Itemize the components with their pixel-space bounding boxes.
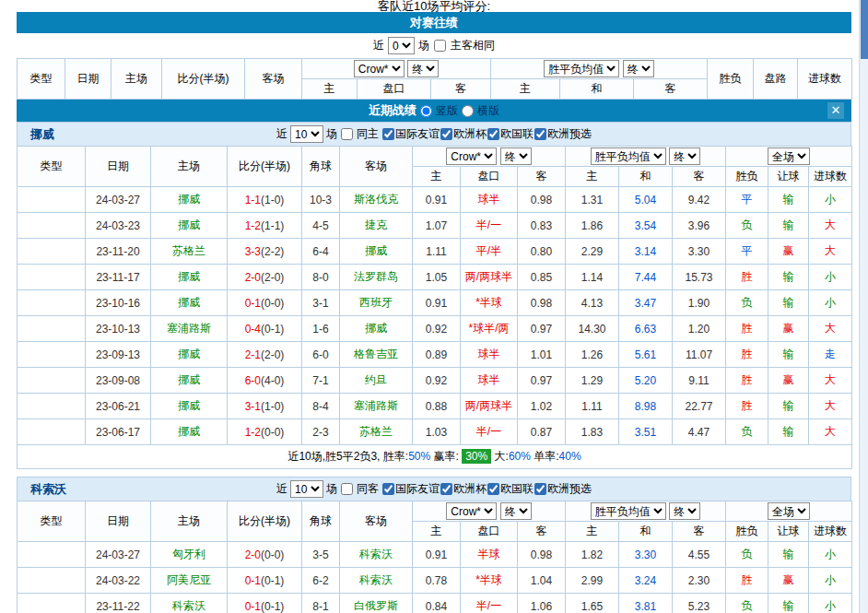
result-flag: 胜 [726, 394, 768, 419]
h2h-count-select[interactable]: 0 [388, 37, 415, 54]
competition-filter-checkbox[interactable] [382, 128, 394, 140]
away-team-link[interactable]: 挪威 [340, 316, 413, 342]
away-team-link[interactable]: 斯洛伐克 [340, 187, 413, 213]
scrollbar-thumb[interactable] [861, 0, 868, 59]
odds-time-select[interactable]: 终 [500, 147, 532, 165]
recent-count-select[interactable]: 10 [290, 480, 323, 498]
home-team-link[interactable]: 挪威 [151, 419, 228, 445]
odds-time-select[interactable]: 终 [407, 60, 439, 77]
odds-company-select[interactable]: Crow* [446, 502, 497, 520]
away-team-link[interactable]: 捷克 [340, 213, 413, 239]
odds-home: 0.91 [413, 187, 461, 213]
col-odds-handicap: 盘口 [461, 522, 518, 542]
home-team-link[interactable]: 挪威 [151, 368, 228, 394]
odds-company-select[interactable]: Crow* [354, 60, 405, 77]
goals-flag: 小 [809, 542, 852, 568]
away-team-link[interactable]: 苏格兰 [340, 419, 413, 445]
scope-select[interactable]: 全场 [768, 502, 810, 520]
competition-filter-checkbox[interactable] [440, 128, 452, 140]
horizontal-layout-radio[interactable] [462, 105, 474, 117]
competition-filter-checkbox[interactable] [487, 128, 499, 140]
away-team-link[interactable]: 塞浦路斯 [340, 394, 413, 419]
score: 3-3(2-2) [228, 239, 302, 265]
match-type-badge[interactable]: 国际友谊 [18, 265, 86, 290]
away-team-link[interactable]: 科索沃 [340, 542, 413, 568]
home-team-link[interactable]: 挪威 [151, 187, 228, 213]
odds-home: 0.92 [413, 368, 461, 394]
avg-time-select[interactable]: 终 [623, 60, 654, 77]
competition-filter-checkbox[interactable] [487, 483, 499, 495]
home-team-link[interactable]: 挪威 [151, 265, 228, 290]
avg-type-select[interactable]: 胜平负均值 [591, 147, 666, 165]
competition-filter-checkbox[interactable] [382, 483, 394, 495]
avg-draw: 3.24 [619, 568, 673, 594]
home-team-link[interactable]: 挪威 [151, 394, 228, 419]
result-flag: 胜 [726, 316, 768, 342]
avg-away: 3.96 [673, 213, 726, 239]
away-team-link[interactable]: 约旦 [340, 368, 413, 394]
match-type-badge[interactable]: 欧洲杯 [18, 419, 86, 445]
avg-type-select[interactable]: 胜平负均值 [544, 60, 619, 77]
avg-time-select[interactable]: 终 [669, 147, 700, 165]
score: 2-0(0-0) [228, 542, 302, 568]
scope-select[interactable]: 全场 [768, 147, 810, 165]
away-team-link[interactable]: 格鲁吉亚 [340, 342, 413, 368]
vertical-layout-radio[interactable] [420, 105, 432, 117]
close-icon[interactable]: ✕ [827, 102, 844, 119]
away-team-link[interactable]: 白俄罗斯 [340, 594, 413, 613]
competition-filter-checkbox[interactable] [534, 483, 546, 495]
competition-filter-checkbox[interactable] [534, 128, 546, 140]
avg-home: 1.65 [566, 594, 619, 613]
odds-time-select[interactable]: 终 [500, 502, 532, 520]
col-avg-away: 客 [634, 79, 708, 100]
home-team-link[interactable]: 挪威 [151, 213, 228, 239]
recent-count-select[interactable]: 10 [290, 125, 323, 143]
match-type-badge[interactable]: 欧洲杯 [18, 394, 86, 419]
match-type-badge[interactable]: 国际友谊 [18, 187, 86, 213]
home-team-link[interactable]: 阿美尼亚 [151, 568, 228, 594]
competition-filter-checkbox[interactable] [440, 483, 452, 495]
same-venue-checkbox[interactable] [341, 483, 353, 495]
match-type-badge[interactable]: 国际友谊 [18, 368, 86, 394]
home-team-link[interactable]: 挪威 [151, 342, 228, 368]
match-type-badge[interactable]: 国际友谊 [18, 213, 86, 239]
match-date: 24-03-27 [86, 542, 151, 568]
handicap-flag: 输 [768, 187, 809, 213]
avg-time-select[interactable]: 终 [669, 502, 700, 520]
away-team-link[interactable]: 挪威 [340, 239, 413, 265]
col-result: 胜负 [726, 167, 768, 187]
away-team-link[interactable]: 科索沃 [340, 568, 413, 594]
match-type-badge[interactable]: 国际友谊 [18, 568, 86, 594]
match-type-badge[interactable]: 欧洲杯 [18, 316, 86, 342]
same-venue-checkbox[interactable] [341, 128, 353, 140]
odds-company-select[interactable]: Crow* [446, 147, 497, 165]
goals-flag: 小 [809, 290, 852, 316]
col-type: 类型 [18, 59, 65, 100]
same-home-away-checkbox[interactable] [434, 40, 446, 52]
home-team-link[interactable]: 匈牙利 [151, 542, 228, 568]
avg-away: 4.47 [673, 419, 726, 445]
col-away: 客场 [245, 59, 302, 100]
col-let: 让球 [768, 522, 809, 542]
odds-handicap: 平/半 [461, 239, 518, 265]
match-type-badge[interactable]: 欧洲杯 [18, 342, 86, 368]
home-team-link[interactable]: 苏格兰 [151, 239, 228, 265]
home-team-link[interactable]: 挪威 [151, 290, 228, 316]
match-row: 欧洲杯23-11-20苏格兰3-3(2-2)6-4挪威1.11平/半0.802.… [18, 239, 852, 265]
match-row: 国际友谊24-03-23挪威1-2(1-1)4-5捷克1.07半/一0.831.… [18, 213, 852, 239]
match-type-badge[interactable]: 欧洲杯 [18, 594, 86, 613]
summary-part: 30% [462, 449, 491, 464]
match-type-badge[interactable]: 国际友谊 [18, 542, 86, 568]
corner-count: 3-1 [302, 290, 340, 316]
avg-type-select[interactable]: 胜平负均值 [591, 502, 666, 520]
avg-home: 1.11 [566, 394, 619, 419]
home-team-link[interactable]: 科索沃 [151, 594, 228, 613]
avg-away: 5.23 [673, 594, 726, 613]
match-type-badge[interactable]: 欧洲杯 [18, 239, 86, 265]
match-type-badge[interactable]: 欧洲杯 [18, 290, 86, 316]
away-team-link[interactable]: 西班牙 [340, 290, 413, 316]
home-team-link[interactable]: 塞浦路斯 [151, 316, 228, 342]
away-team-link[interactable]: 法罗群岛 [340, 265, 413, 290]
avg-draw: 5.20 [619, 368, 673, 394]
scrollbar[interactable] [859, 0, 868, 613]
